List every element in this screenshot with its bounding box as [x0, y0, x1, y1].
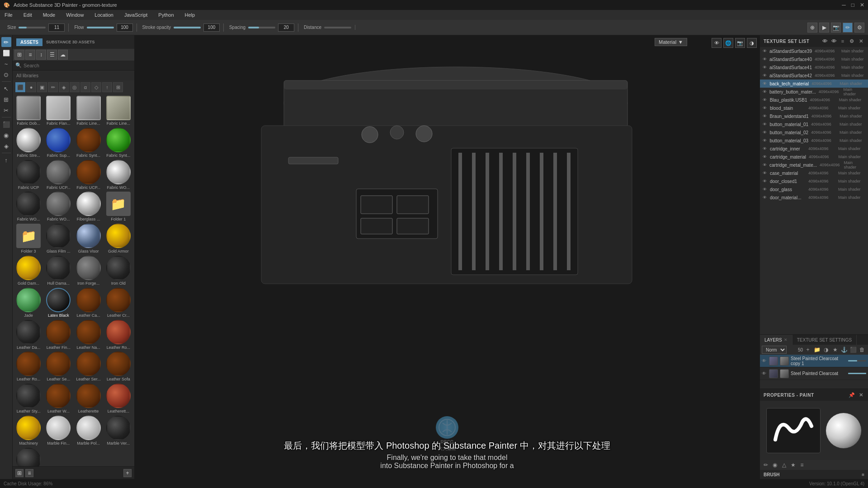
list-item[interactable]: Fabric UCP...: [44, 160, 72, 190]
brush-tool-3[interactable]: △: [780, 461, 788, 469]
list-item[interactable]: Fabric UCP...: [75, 160, 103, 190]
table-row[interactable]: 👁 button_material_01 4096x4096 Main shad…: [760, 120, 868, 128]
list-item[interactable]: Iron Forge...: [75, 256, 103, 286]
list-item[interactable]: Fabric UCP: [14, 160, 42, 190]
list-item[interactable]: Fabric Synt...: [75, 128, 103, 158]
tool-fill[interactable]: ⬛: [1, 119, 11, 129]
list-item[interactable]: Gold Dam...: [14, 256, 42, 286]
viewport[interactable]: Material ▼ 👁 🌐 📷 ◑ 最后，我们将把模型带入 Photoshop…: [135, 35, 760, 479]
list-item[interactable]: Leather Ro...: [104, 320, 132, 350]
list-item[interactable]: Leather Ca...: [75, 288, 103, 318]
type-export[interactable]: ↑: [102, 82, 112, 92]
brush-tool-5[interactable]: ≡: [798, 461, 806, 469]
table-row[interactable]: 👁 Braun_widerstand1 4096x4096 Main shade…: [760, 112, 868, 120]
vp-camera-btn[interactable]: 📷: [735, 38, 745, 48]
table-row[interactable]: 👁 door_closed1 4096x4096 Main shader: [760, 177, 868, 185]
table-row[interactable]: 👁 door_glass 4096x4096 Main shader: [760, 185, 868, 193]
table-row[interactable]: 👁 cartridge_material 4096x4096 Main shad…: [760, 153, 868, 161]
spacing-slider[interactable]: [248, 27, 275, 28]
tool-crop[interactable]: ✂: [1, 105, 11, 115]
tool-export[interactable]: ↑: [1, 155, 11, 165]
table-row[interactable]: 👁 button_material_02 4096x4096 Main shad…: [760, 128, 868, 136]
list-item[interactable]: Glass Visor: [75, 224, 103, 254]
assets-tab[interactable]: ASSETS: [16, 38, 42, 46]
list-item[interactable]: Leather Se...: [44, 352, 72, 382]
toolbar-play-btn[interactable]: ▶: [819, 23, 829, 33]
layer-opacity-slider[interactable]: [848, 373, 866, 374]
list-item[interactable]: Hull Dama...: [44, 256, 72, 286]
list-item[interactable]: Jade: [14, 288, 42, 318]
layer-fill-btn[interactable]: ⬛: [849, 346, 857, 354]
tool-smudge[interactable]: ~: [1, 59, 11, 69]
asset-iron-old[interactable]: Iron Old: [104, 256, 132, 286]
list-item[interactable]: Fabric Line...: [75, 96, 103, 126]
list-item[interactable]: Fiberglass ...: [75, 192, 103, 222]
toolbar-camera-btn[interactable]: 📷: [831, 23, 841, 33]
tab-layers[interactable]: LAYERS ✕: [760, 335, 793, 345]
brush-tool-2[interactable]: ◉: [771, 461, 779, 469]
table-row[interactable]: 👁 aiStandardSurface39 4096x4096 Main sha…: [760, 47, 868, 55]
menu-help[interactable]: Help: [183, 11, 197, 19]
list-item[interactable]: Leather Da...: [14, 320, 42, 350]
layers-tab-close[interactable]: ✕: [784, 338, 788, 342]
type-all[interactable]: ⬛: [15, 82, 25, 92]
close-button[interactable]: ✕: [860, 2, 864, 8]
list-item[interactable]: Leather W...: [44, 384, 72, 414]
bottom-grid-btn[interactable]: ⊞: [15, 469, 24, 477]
toolbar-settings-btn[interactable]: ⚙: [854, 23, 864, 33]
type-texture[interactable]: ▣: [37, 82, 47, 92]
assets-grid-view-btn[interactable]: ⊞: [14, 50, 24, 60]
ts-icon-2[interactable]: 👁: [830, 38, 837, 45]
ts-settings-btn[interactable]: ⚙: [848, 38, 855, 45]
table-row[interactable]: 👁 button_material_03 4096x4096 Main shad…: [760, 136, 868, 145]
layer-add-folder-btn[interactable]: 📁: [813, 346, 821, 354]
menu-file[interactable]: File: [3, 11, 14, 19]
type-smart[interactable]: ◎: [70, 82, 80, 92]
list-item[interactable]: Leather Sofa: [104, 352, 132, 382]
type-shader[interactable]: ◇: [91, 82, 101, 92]
maximize-button[interactable]: □: [851, 2, 854, 8]
list-item[interactable]: Fabric Flan...: [44, 96, 72, 126]
asset-latex-black[interactable]: Latex Black: [44, 288, 72, 318]
vp-shading-btn[interactable]: ◑: [747, 38, 757, 48]
tool-bake[interactable]: ◉: [1, 130, 11, 140]
table-row[interactable]: 👁 case_material 4096x4096 Main shader: [760, 169, 868, 177]
list-item[interactable]: Leatherette: [75, 384, 103, 414]
distance-slider[interactable]: [324, 27, 351, 28]
type-grid[interactable]: ⊞: [113, 82, 123, 92]
table-row[interactable]: 👁 aiStandardSurface42 4096x4096 Main sha…: [760, 71, 868, 80]
bottom-add-btn[interactable]: +: [123, 469, 132, 477]
table-row[interactable]: 👁 cartridge_inner 4096x4096 Main shader: [760, 145, 868, 153]
layer-anchor-btn[interactable]: ⚓: [840, 346, 848, 354]
ts-close-btn[interactable]: ✕: [857, 38, 864, 45]
list-item[interactable]: Leather Cr...: [104, 288, 132, 318]
table-row[interactable]: 👁 Steel Painted Clearcoat copy 1: [760, 355, 868, 367]
list-item[interactable]: Fabric Line...: [104, 96, 132, 126]
type-circle[interactable]: ●: [26, 82, 36, 92]
type-filter[interactable]: ◈: [59, 82, 69, 92]
table-row[interactable]: 👁 battery_button_mater... 4096x4096 Main…: [760, 88, 868, 96]
list-item[interactable]: Marble Pol...: [75, 416, 103, 446]
list-item[interactable]: Fabric WO...: [14, 192, 42, 222]
table-row[interactable]: 👁 blood_stain 4096x4096 Main shader: [760, 104, 868, 112]
list-item[interactable]: Leather Fin...: [44, 320, 72, 350]
table-row[interactable]: 👁 Steel Painted Clearcoat: [760, 367, 868, 380]
tool-clone[interactable]: ⊙: [1, 70, 11, 80]
tool-material[interactable]: ◈: [1, 141, 11, 151]
flow-input[interactable]: [117, 23, 133, 32]
table-row[interactable]: 👁 door_material... 4096x4096 Main shader: [760, 193, 868, 202]
search-input[interactable]: [24, 63, 132, 68]
tool-paint[interactable]: ✏: [1, 37, 11, 47]
ts-icon-1[interactable]: 👁: [821, 38, 828, 45]
tool-eraser[interactable]: ⬜: [1, 48, 11, 58]
assets-cloud-btn[interactable]: ☁: [58, 50, 68, 60]
bottom-list-btn[interactable]: ≡: [25, 469, 33, 477]
ts-sort-btn[interactable]: ≡: [839, 38, 846, 45]
list-item[interactable]: Leather Ser...: [75, 352, 103, 382]
brush-tool-4[interactable]: ★: [789, 461, 797, 469]
list-item[interactable]: Marble Fin...: [44, 416, 72, 446]
title-bar-controls[interactable]: ─ □ ✕: [842, 2, 864, 8]
properties-close-btn[interactable]: ✕: [857, 391, 864, 399]
spacing-input[interactable]: [278, 23, 294, 32]
layer-opacity-slider[interactable]: [848, 360, 866, 361]
